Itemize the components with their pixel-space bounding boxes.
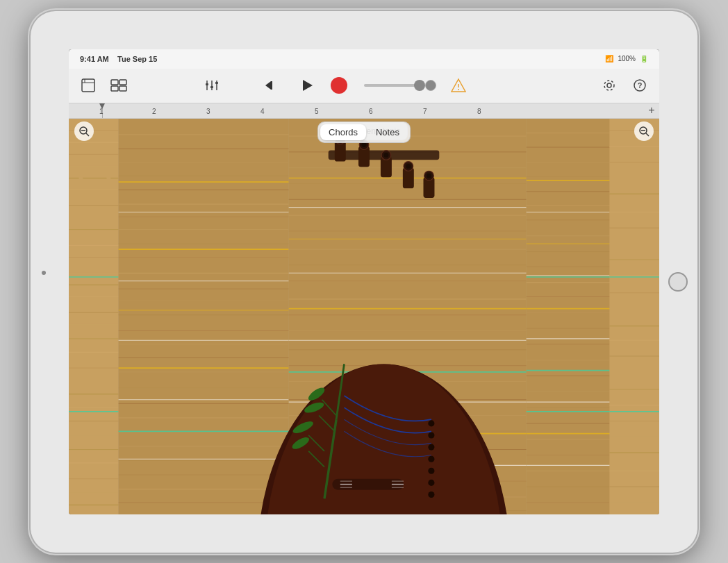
svg-point-19	[604, 81, 614, 90]
marker-5: 5	[315, 108, 319, 115]
svg-rect-11	[215, 82, 218, 84]
svg-point-158	[406, 163, 411, 168]
new-track-icon	[81, 78, 96, 93]
notes-tab[interactable]: Notes	[367, 124, 408, 140]
zoom-out-icon	[78, 126, 90, 137]
home-button[interactable]	[668, 272, 688, 292]
status-bar: 9:41 AM Tue Sep 15 📶 100% 🔋	[69, 49, 659, 69]
svg-rect-54	[119, 119, 289, 514]
svg-rect-4	[111, 86, 118, 91]
ipad-screen: 9:41 AM Tue Sep 15 📶 100% 🔋	[69, 49, 659, 514]
marker-7: 7	[423, 108, 427, 115]
svg-point-145	[428, 491, 434, 497]
battery-icon: 🔋	[640, 55, 648, 62]
play-button[interactable]	[295, 73, 320, 98]
svg-point-155	[384, 153, 389, 158]
zoom-out-right-icon	[638, 126, 650, 137]
chord-notes-tabs: Chords Notes	[317, 121, 411, 143]
record-button[interactable]	[331, 77, 347, 94]
status-right: 📶 100% 🔋	[605, 55, 648, 62]
svg-line-235	[86, 133, 89, 136]
svg-point-143	[428, 467, 434, 473]
marker-4: 4	[260, 108, 265, 115]
alert-icon	[451, 78, 466, 93]
top-controls: Chords Notes ♫ Major Pentatonic	[69, 119, 659, 144]
svg-marker-14	[303, 80, 313, 91]
add-track-button[interactable]: +	[644, 103, 659, 118]
chords-tab[interactable]: Chords	[320, 124, 366, 140]
timeline-ruler: 1 2 3 4 5 6 7 8 +	[69, 103, 659, 119]
svg-point-142	[428, 455, 434, 462]
svg-point-18	[607, 83, 611, 87]
side-button[interactable]	[42, 271, 46, 275]
rewind-icon	[264, 78, 278, 92]
svg-rect-3	[119, 80, 126, 85]
svg-point-161	[427, 173, 431, 178]
marker-6: 6	[369, 108, 373, 115]
svg-line-238	[646, 133, 649, 136]
timeline-markers: 1 2 3 4 5 6 7 8	[69, 103, 644, 118]
date-display: Tue Sep 15	[117, 55, 157, 63]
play-icon	[300, 78, 314, 92]
help-button[interactable]: ?	[629, 74, 651, 96]
time-display: 9:41 AM	[80, 55, 109, 63]
main-instrument-area[interactable]: Chords Notes ♫ Major Pentatonic	[69, 119, 659, 514]
svg-text:?: ?	[638, 81, 643, 90]
wifi-icon: 📶	[605, 55, 613, 62]
svg-marker-12	[265, 81, 271, 90]
svg-point-17	[458, 89, 459, 90]
zoom-out-right-button[interactable]	[634, 121, 654, 141]
svg-rect-9	[206, 83, 208, 85]
status-time: 9:41 AM Tue Sep 15	[80, 55, 157, 63]
svg-point-144	[428, 479, 434, 485]
svg-point-140	[428, 432, 434, 438]
mixer-icon	[204, 78, 220, 93]
new-track-button[interactable]	[77, 74, 99, 96]
svg-rect-5	[119, 86, 126, 91]
tracks-view-icon	[110, 78, 127, 93]
marker-2: 2	[152, 108, 156, 115]
svg-rect-2	[111, 80, 118, 85]
help-icon: ?	[633, 78, 647, 92]
alert-button[interactable]	[447, 74, 470, 96]
volume-slider[interactable]	[364, 84, 420, 87]
toolbar: ?	[69, 69, 659, 103]
zoom-out-left-button[interactable]	[74, 121, 94, 141]
settings-button[interactable]	[598, 74, 620, 96]
battery-display: 100%	[618, 55, 636, 62]
settings-icon	[602, 78, 616, 92]
marker-3: 3	[206, 108, 210, 115]
marker-8: 8	[477, 108, 481, 115]
ipad-frame: 9:41 AM Tue Sep 15 📶 100% 🔋	[31, 11, 697, 553]
tracks-view-button[interactable]	[108, 74, 130, 96]
svg-rect-0	[82, 79, 94, 92]
volume-knob[interactable]	[425, 80, 436, 91]
volume-control	[364, 80, 436, 91]
svg-rect-10	[210, 86, 213, 88]
toolbar-right: ?	[598, 74, 651, 96]
instrument-svg	[69, 119, 659, 514]
transport-controls	[258, 73, 470, 98]
tab-controls: Chords Notes ♫ Major Pentatonic	[320, 122, 408, 140]
toolbar-left	[77, 74, 130, 96]
svg-point-141	[428, 444, 434, 450]
mixer-button[interactable]	[201, 74, 223, 96]
marker-1: 1	[99, 108, 104, 115]
svg-point-139	[428, 420, 434, 426]
rewind-button[interactable]	[258, 73, 283, 98]
svg-rect-13	[271, 81, 272, 90]
